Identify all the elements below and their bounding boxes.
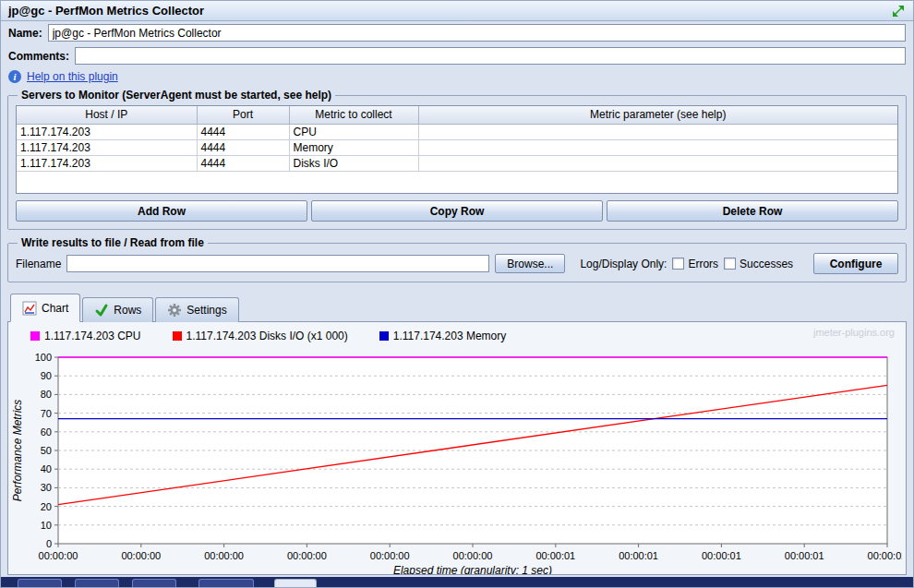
background-mini-tab [274,579,317,587]
column-header-port[interactable]: Port [197,106,289,124]
tab-rows-label: Rows [114,304,141,317]
cell-param[interactable] [418,124,897,139]
column-header-host[interactable]: Host / IP [17,106,197,124]
successes-checkbox-label: Successes [740,258,793,270]
log-display-label: Log/Display Only: [580,258,667,270]
svg-text:60: 60 [41,426,52,438]
performance-chart: 010203040506070809010000:00:0000:00:0000… [10,346,904,575]
filename-row: Filename Browse... Log/Display Only: Err… [16,253,898,274]
tab-settings-label: Settings [186,304,226,317]
name-label: Name: [8,27,42,40]
cell-metric[interactable]: CPU [289,124,418,139]
name-input[interactable] [48,24,906,42]
svg-text:00:00:00: 00:00:00 [39,550,78,561]
cell-port[interactable]: 4444 [197,139,289,155]
svg-text:00:00:01: 00:00:01 [535,550,575,561]
table-buttons-row: Add Row Copy Row Delete Row [16,200,898,222]
svg-text:00:00:00: 00:00:00 [121,550,161,561]
table-row[interactable]: 1.117.174.203 4444 Memory [17,139,897,155]
legend-swatch [173,331,182,341]
tab-settings[interactable]: Settings [155,297,238,322]
configure-button[interactable]: Configure [813,253,898,274]
svg-text:50: 50 [41,445,52,456]
legend-item: 1.117.174.203 Disks I/O (x1 000) [173,330,348,342]
chart-svg: 010203040506070809010000:00:0000:00:0000… [10,346,902,575]
successes-checkbox[interactable] [724,258,736,270]
svg-text:10: 10 [41,520,52,531]
view-tabbar: Chart Rows [7,294,907,321]
name-row: Name: [1,21,913,44]
help-row: i Help on this plugin [1,67,913,88]
svg-text:00:00:00: 00:00:00 [204,550,244,561]
table-row[interactable]: 1.117.174.203 4444 CPU [17,124,897,139]
info-icon: i [8,70,21,83]
copy-row-button[interactable]: Copy Row [311,200,603,222]
background-mini-tab [18,579,62,587]
svg-text:30: 30 [41,482,52,493]
legend-swatch [30,331,40,341]
svg-text:90: 90 [41,370,52,381]
servers-group-title: Servers to Monitor (ServerAgent must be … [18,89,335,102]
cell-port[interactable]: 4444 [197,155,289,171]
comments-label: Comments: [8,50,69,63]
svg-text:40: 40 [41,463,52,474]
legend-label: 1.117.174.203 CPU [44,330,141,342]
cell-host[interactable]: 1.117.174.203 [17,155,197,171]
svg-text:100: 100 [35,352,52,363]
chart-icon [22,301,37,316]
gear-icon [167,303,182,318]
servers-group: Servers to Monitor (ServerAgent must be … [7,95,907,230]
tab-chart-label: Chart [42,302,68,315]
table-row[interactable]: 1.117.174.203 4444 Disks I/O [17,155,897,171]
expand-collapse-icon[interactable] [891,5,906,18]
svg-text:0: 0 [46,538,52,549]
cell-host[interactable]: 1.117.174.203 [17,124,197,139]
tab-rows[interactable]: Rows [82,297,153,322]
filename-label: Filename [16,258,61,270]
delete-row-button[interactable]: Delete Row [607,200,898,222]
cell-host[interactable]: 1.117.174.203 [17,139,197,155]
successes-checkbox-group: Successes [724,258,793,270]
browse-button[interactable]: Browse... [495,254,565,273]
filename-input[interactable] [66,255,489,272]
legend-label: 1.117.174.203 Memory [393,330,507,342]
cell-metric[interactable]: Disks I/O [289,155,418,171]
table-header-row: Host / IP Port Metric to collect Metric … [17,106,897,124]
column-header-param[interactable]: Metric parameter (see help) [418,106,897,124]
background-window-strip [1,577,913,587]
chart-panel: jmeter-plugins.org 1.117.174.203 CPU1.11… [7,321,907,575]
legend-item: 1.117.174.203 Memory [379,330,507,342]
file-results-group: Write results to file / Read from file F… [7,243,907,282]
page-title: jp@gc - PerfMon Metrics Collector [8,4,204,18]
background-mini-tab [75,579,119,587]
errors-checkbox[interactable] [672,258,684,270]
check-icon [94,303,109,318]
svg-text:00:00:01: 00:00:01 [619,550,658,561]
chart-legend: 1.117.174.203 CPU1.117.174.203 Disks I/O… [8,322,906,344]
perfmon-collector-window: jp@gc - PerfMon Metrics Collector Name: … [0,0,914,588]
servers-table-wrap: Host / IP Port Metric to collect Metric … [16,105,898,194]
component-titlebar: jp@gc - PerfMon Metrics Collector [1,1,913,21]
add-row-button[interactable]: Add Row [16,200,307,222]
background-mini-tab [198,579,254,587]
legend-label: 1.117.174.203 Disks I/O (x1 000) [186,330,348,342]
tab-chart[interactable]: Chart [10,294,80,322]
help-link[interactable]: Help on this plugin [27,70,118,83]
svg-text:00:00:00: 00:00:00 [370,550,410,561]
servers-table: Host / IP Port Metric to collect Metric … [17,106,897,172]
errors-checkbox-label: Errors [688,258,718,270]
cell-port[interactable]: 4444 [197,124,289,139]
svg-text:20: 20 [41,501,52,512]
column-header-metric[interactable]: Metric to collect [289,106,418,124]
svg-text:00:00:01: 00:00:01 [785,550,824,561]
svg-text:00:00:00: 00:00:00 [287,550,327,561]
cell-param[interactable] [418,139,897,155]
file-group-title: Write results to file / Read from file [18,236,208,249]
legend-item: 1.117.174.203 CPU [30,330,141,342]
svg-text:00:00:00: 00:00:00 [453,550,493,561]
svg-text:70: 70 [41,408,52,419]
svg-text:00:00:01: 00:00:01 [702,550,741,561]
cell-metric[interactable]: Memory [289,139,418,155]
cell-param[interactable] [418,155,897,171]
comments-input[interactable] [75,47,906,65]
